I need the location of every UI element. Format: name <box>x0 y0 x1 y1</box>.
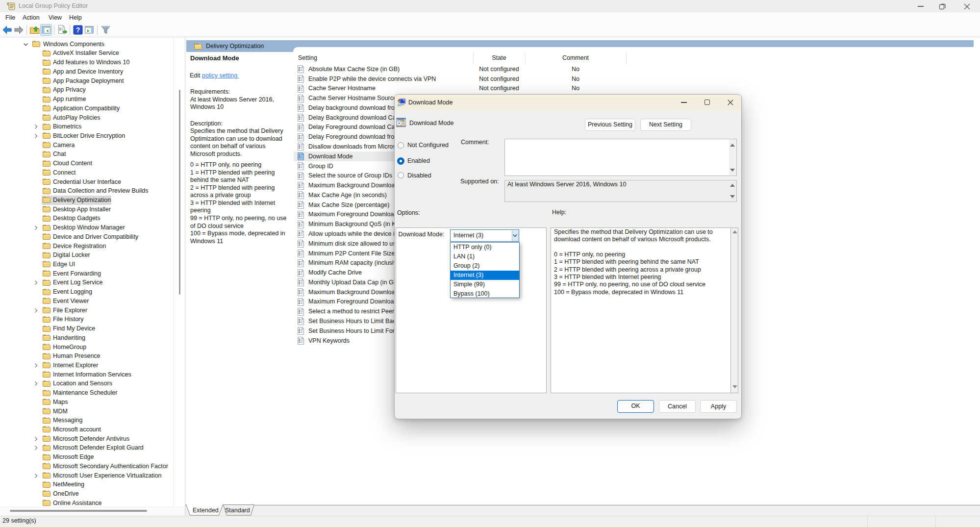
svg-text:?: ? <box>76 26 80 34</box>
